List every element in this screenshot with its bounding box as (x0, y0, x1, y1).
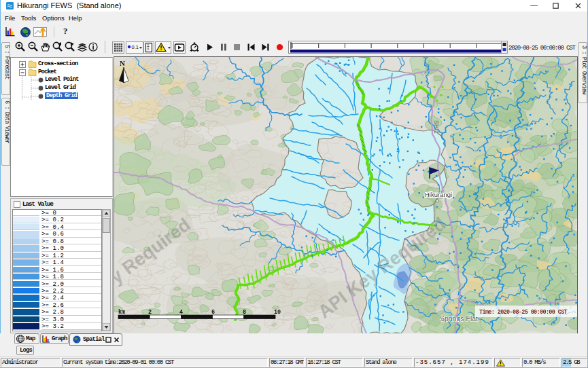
svg-text:Springs Flat: Springs Flat (440, 314, 478, 323)
svg-text:2: 2 (148, 309, 152, 316)
svg-text:Hikurangi: Hikurangi (425, 191, 452, 198)
svg-text:4: 4 (179, 309, 183, 316)
svg-text:8: 8 (243, 309, 246, 316)
svg-text:Time: 2020-08-25 00:00:00 CST: Time: 2020-08-25 00:00:00 CST (479, 309, 568, 316)
svg-text:10: 10 (274, 309, 281, 316)
svg-text:km: km (118, 309, 125, 316)
svg-text:6: 6 (211, 309, 215, 316)
svg-text:N: N (120, 59, 125, 67)
svg-text:0.1: 0.1 (132, 44, 139, 50)
svg-text:SH 1: SH 1 (433, 120, 440, 134)
